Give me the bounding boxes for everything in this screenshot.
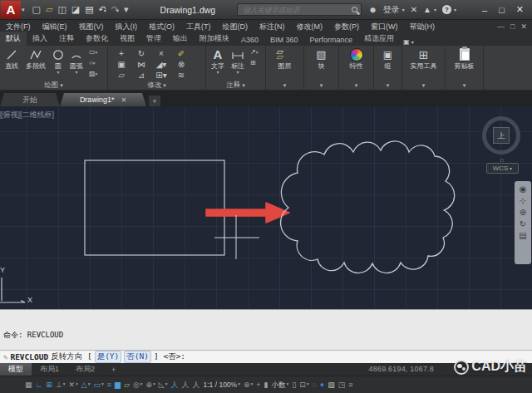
command-input-bar[interactable]: ✎ REVCLOUD 反转方向 [ 是(Y) 否(N) ] <否>:: [0, 350, 532, 363]
leader-icon[interactable]: ↗▾: [250, 47, 258, 57]
command-pencil-icon[interactable]: ✎: [3, 353, 7, 361]
units-bar-icon[interactable]: ▮: [264, 381, 268, 389]
exchange-apps-icon[interactable]: ▲: [423, 5, 431, 14]
menu-item[interactable]: 修改(M): [291, 22, 329, 32]
annotation-scale-icon[interactable]: 人: [193, 381, 200, 389]
copy-icon[interactable]: ▣: [111, 59, 131, 70]
tab-close-icon[interactable]: ✕: [121, 96, 126, 104]
arc-flyout-icon[interactable]: ▾: [75, 71, 77, 75]
properties-button[interactable]: 特性: [339, 47, 373, 71]
menu-item[interactable]: 参数(P): [328, 22, 365, 32]
quick-properties-icon[interactable]: ▯: [292, 381, 296, 389]
polar-tracking-icon[interactable]: ✕▾: [68, 381, 77, 389]
print-icon[interactable]: ▤: [85, 5, 93, 14]
doc-restore-button[interactable]: □: [510, 22, 515, 31]
ribbon-tab[interactable]: 精选应用: [358, 32, 400, 46]
grid-icon[interactable]: ⊞: [46, 381, 52, 389]
model-tab[interactable]: 模型: [0, 363, 32, 376]
draw-panel-title[interactable]: 绘图: [0, 80, 107, 90]
properties-panel-expand[interactable]: [339, 80, 373, 90]
ribbon-tab[interactable]: 参数化: [80, 32, 114, 46]
new-drawing-tab-button[interactable]: +: [149, 96, 160, 106]
menu-item[interactable]: 视图(V): [73, 22, 110, 32]
circle-flyout-icon[interactable]: ▾: [57, 71, 59, 75]
signin-chevron-icon[interactable]: ▾: [402, 7, 405, 12]
start-tab[interactable]: 开始: [0, 93, 60, 106]
move-icon[interactable]: +: [111, 48, 131, 59]
paste-button[interactable]: 剪贴板: [446, 47, 483, 71]
open-icon[interactable]: ▱: [46, 5, 52, 14]
customization-icon[interactable]: ≡: [348, 381, 352, 389]
units-value[interactable]: 小数▾: [271, 381, 288, 389]
command-history[interactable]: 命令: REVCLOUD 最小弧长: 360.3512 最大弧长: 360.35…: [0, 309, 532, 350]
redo-icon[interactable]: ↷▾: [111, 5, 119, 14]
annotate-panel-title[interactable]: 注释: [206, 80, 265, 90]
menu-item[interactable]: 绘图(D): [217, 22, 254, 32]
ellipse-icon[interactable]: ○▾: [89, 58, 97, 68]
ribbon-tab[interactable]: 注释: [53, 32, 80, 46]
restore-button[interactable]: □: [499, 5, 505, 15]
drawing-tab[interactable]: Drawing1* ✕: [60, 93, 146, 106]
viewcube[interactable]: 上: [482, 116, 520, 155]
groups-panel-expand[interactable]: [374, 80, 401, 90]
showmotion-icon[interactable]: ▤: [519, 232, 526, 240]
annotation-visibility-icon[interactable]: 人: [171, 381, 179, 389]
circle-button[interactable]: 圆 ▾: [50, 47, 66, 75]
close-button[interactable]: ✕: [516, 4, 524, 15]
dimension-flyout-icon[interactable]: ▾: [236, 71, 239, 75]
menu-item[interactable]: 格式(O): [143, 22, 180, 32]
help-search-box[interactable]: [237, 3, 362, 16]
security-options-icon[interactable]: ▨: [328, 381, 335, 389]
infer-constraints-icon[interactable]: ▦: [25, 381, 32, 389]
ribbon-options-icon[interactable]: ▣: [403, 38, 414, 46]
mirror-icon[interactable]: ⋈: [131, 59, 151, 70]
search-input[interactable]: [241, 5, 350, 15]
ribbon-tab[interactable]: 默认: [0, 32, 27, 46]
layers-panel-expand[interactable]: [266, 80, 303, 90]
viewport-scale-value[interactable]: 1:1 / 100%▾: [204, 381, 240, 389]
ribbon-tab[interactable]: 管理: [140, 32, 167, 46]
ribbon-tab[interactable]: 插入: [27, 32, 53, 46]
workspace-switch-icon[interactable]: ⊛▾: [244, 381, 253, 389]
isolate-objects-icon[interactable]: ◌: [312, 381, 316, 389]
doc-minimize-button[interactable]: —: [497, 22, 505, 31]
erase-icon[interactable]: ✐: [171, 48, 191, 59]
new-layout-button[interactable]: +: [103, 365, 124, 375]
graphics-performance-icon[interactable]: ●: [320, 381, 324, 389]
new-file-icon[interactable]: ▢: [32, 5, 41, 14]
annotation-monitor-icon[interactable]: +: [256, 381, 260, 389]
isodraft-icon[interactable]: △▾: [81, 381, 91, 389]
exchange-chevron-icon[interactable]: ▾: [434, 7, 436, 12]
user-icon[interactable]: ☻: [368, 5, 377, 14]
transparency-icon[interactable]: ▆: [115, 381, 121, 389]
snap-mode-icon[interactable]: ∟: [36, 381, 43, 389]
save-icon[interactable]: ◫: [57, 5, 66, 14]
pan-icon[interactable]: ⊹: [520, 197, 526, 205]
wcs-menu[interactable]: WCS: [486, 163, 519, 174]
fullnav-wheel-icon[interactable]: ◉: [520, 185, 527, 194]
lineweight-icon[interactable]: ≡: [107, 381, 111, 389]
option-no-button[interactable]: 否(N): [124, 351, 151, 363]
layout1-tab[interactable]: 布局1: [32, 363, 67, 376]
hatch-icon[interactable]: ▨▾: [89, 69, 97, 79]
ribbon-tab[interactable]: 视图: [114, 32, 140, 46]
zoom-icon[interactable]: ⊕: [520, 209, 526, 217]
explode-icon[interactable]: ⊗: [171, 59, 191, 70]
3d-osnap-icon[interactable]: ◎▾: [133, 381, 143, 389]
fillet-icon[interactable]: ◢▾: [151, 59, 171, 70]
polyline-button[interactable]: 多段线: [22, 47, 50, 71]
orbit-icon[interactable]: ↻: [520, 220, 526, 228]
text-button[interactable]: A 文字 ▾: [208, 47, 228, 75]
ribbon-tab[interactable]: BIM 360: [264, 34, 304, 46]
osnap-icon[interactable]: ▭▾: [93, 381, 103, 389]
table-icon[interactable]: ⊞: [250, 58, 258, 67]
doc-close-button[interactable]: ✕: [520, 22, 527, 31]
signin-label[interactable]: 登录: [383, 4, 400, 16]
ribbon-tab[interactable]: 输出: [167, 32, 194, 46]
utilities-button[interactable]: ⊞ 实用工具: [402, 47, 445, 71]
layers-button[interactable]: ▱▱ 图层: [266, 47, 303, 71]
groups-button[interactable]: ▣ 组: [374, 47, 401, 71]
dimension-button[interactable]: 标注 ▾: [228, 47, 248, 75]
ortho-icon[interactable]: ⊥▾: [56, 381, 66, 389]
text-flyout-icon[interactable]: ▾: [216, 71, 219, 75]
